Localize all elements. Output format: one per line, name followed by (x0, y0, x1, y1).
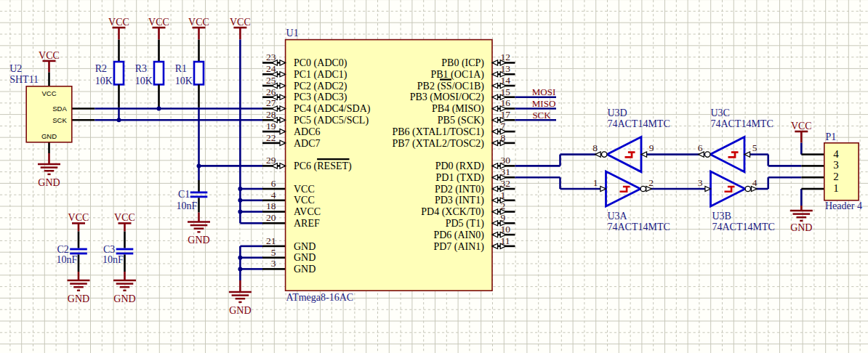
svg-text:ADC6: ADC6 (294, 126, 321, 137)
svg-text:VCC: VCC (108, 17, 129, 28)
svg-text:10K: 10K (135, 76, 153, 86)
svg-text:PD7 (AIN1): PD7 (AIN1) (433, 241, 484, 253)
svg-text:10nF: 10nF (103, 254, 124, 265)
svg-text:R3: R3 (135, 63, 147, 74)
svg-text:PD2 (INT0): PD2 (INT0) (435, 184, 484, 195)
svg-text:SCK: SCK (532, 110, 551, 121)
svg-text:3: 3 (698, 177, 703, 188)
svg-text:VCC: VCC (791, 121, 812, 131)
svg-text:ADC7: ADC7 (294, 138, 321, 149)
svg-text:1: 1 (833, 182, 839, 194)
svg-text:GND: GND (294, 241, 316, 252)
svg-text:4: 4 (752, 177, 758, 188)
svg-text:3: 3 (271, 258, 276, 269)
svg-text:PB0 (ICP): PB0 (ICP) (441, 57, 484, 69)
svg-text:R1: R1 (175, 63, 187, 74)
svg-text:U3D: U3D (607, 107, 627, 118)
svg-text:19: 19 (266, 121, 276, 131)
svg-text:6: 6 (698, 142, 703, 153)
svg-text:PB4 (MISO): PB4 (MISO) (432, 103, 484, 115)
svg-text:8: 8 (592, 142, 598, 153)
svg-text:PD0 (RXD): PD0 (RXD) (435, 161, 485, 172)
svg-text:PB2 (SS/OC1B): PB2 (SS/OC1B) (417, 81, 485, 92)
svg-text:GND: GND (38, 177, 60, 188)
svg-text:GND: GND (188, 235, 209, 246)
svg-text:SCK: SCK (52, 116, 67, 124)
svg-text:10nF: 10nF (177, 200, 198, 211)
svg-text:VCC: VCC (41, 89, 56, 97)
svg-text:VCC: VCC (188, 17, 209, 28)
svg-text:AVCC: AVCC (294, 206, 321, 217)
svg-text:PC4 (ADC4/SDA): PC4 (ADC4/SDA) (294, 103, 371, 115)
svg-text:2: 2 (648, 177, 654, 188)
svg-text:18: 18 (266, 200, 276, 211)
svg-text:1: 1 (593, 177, 598, 188)
svg-text:PB3 (MOSI/OC2): PB3 (MOSI/OC2) (410, 92, 485, 103)
svg-text:PC1 (ADC1): PC1 (ADC1) (294, 69, 347, 81)
svg-text:74ACT14MTC: 74ACT14MTC (608, 222, 670, 232)
svg-text:VCC: VCC (68, 212, 89, 223)
svg-text:U2: U2 (9, 63, 22, 74)
svg-text:10nF: 10nF (57, 254, 78, 265)
svg-text:GND: GND (113, 293, 135, 304)
svg-text:5: 5 (752, 142, 758, 153)
svg-text:PB7 (XTAL2/TOSC2): PB7 (XTAL2/TOSC2) (392, 138, 484, 150)
svg-text:U3C: U3C (710, 107, 729, 118)
svg-text:ATmega8-16AC: ATmega8-16AC (286, 292, 354, 303)
svg-text:PC5 (ADC5/SCL): PC5 (ADC5/SCL) (294, 115, 369, 126)
svg-text:C2: C2 (57, 244, 69, 255)
svg-text:PD3 (INT1): PD3 (INT1) (435, 195, 484, 206)
svg-text:C1: C1 (178, 189, 190, 200)
svg-text:PB5 (SCK): PB5 (SCK) (438, 115, 485, 126)
svg-text:U1: U1 (286, 28, 299, 38)
svg-text:AREF: AREF (294, 218, 320, 229)
svg-text:R2: R2 (95, 63, 107, 74)
svg-text:SDA: SDA (52, 105, 67, 113)
svg-text:PC0 (ADC0): PC0 (ADC0) (294, 57, 347, 69)
svg-text:GND: GND (229, 305, 251, 316)
svg-text:PC2 (ADC2): PC2 (ADC2) (294, 81, 347, 92)
svg-text:Header 4: Header 4 (825, 200, 862, 211)
svg-text:VCC: VCC (294, 195, 315, 206)
svg-text:U3B: U3B (712, 211, 731, 222)
svg-text:10K: 10K (95, 76, 113, 86)
svg-text:PD6 (AIN0): PD6 (AIN0) (433, 230, 484, 241)
svg-text:GND: GND (790, 222, 812, 233)
svg-text:VCC: VCC (39, 50, 60, 61)
svg-text:PD1 (TXD): PD1 (TXD) (436, 172, 485, 184)
svg-text:VCC: VCC (294, 184, 315, 195)
svg-text:GND: GND (68, 293, 89, 304)
svg-text:9: 9 (649, 142, 654, 153)
svg-text:SHT11: SHT11 (9, 74, 39, 85)
svg-text:VCC: VCC (114, 212, 135, 223)
svg-text:4: 4 (833, 148, 839, 160)
svg-text:74ACT14MTC: 74ACT14MTC (712, 222, 775, 232)
svg-text:VCC: VCC (148, 17, 169, 28)
svg-text:VCC: VCC (230, 17, 251, 28)
svg-text:GND: GND (294, 252, 316, 263)
svg-text:U3A: U3A (608, 211, 628, 222)
svg-text:74ACT14MTC: 74ACT14MTC (710, 118, 773, 129)
svg-text:GND: GND (41, 132, 57, 140)
svg-text:P1: P1 (826, 131, 837, 142)
svg-text:MISO: MISO (532, 98, 556, 109)
svg-text:PD4 (XCK/T0): PD4 (XCK/T0) (421, 206, 484, 218)
svg-text:21: 21 (266, 235, 276, 246)
svg-text:PB1 (OC1A): PB1 (OC1A) (430, 69, 484, 81)
svg-text:MOSI: MOSI (532, 86, 556, 97)
svg-text:6: 6 (271, 178, 276, 189)
svg-text:4: 4 (271, 190, 276, 200)
svg-text:GND: GND (294, 264, 316, 275)
svg-text:5: 5 (271, 247, 276, 258)
svg-text:PC3 (ADC3): PC3 (ADC3) (294, 92, 347, 103)
svg-text:PD5 (T1): PD5 (T1) (446, 218, 485, 230)
svg-text:PB6 (XTAL1/TOSC1): PB6 (XTAL1/TOSC1) (392, 126, 484, 138)
svg-text:C3: C3 (103, 244, 115, 255)
svg-text:22: 22 (266, 132, 276, 143)
svg-text:2: 2 (833, 171, 839, 182)
svg-text:PC6 (RESET): PC6 (RESET) (294, 161, 352, 172)
svg-text:74ACT14MTC: 74ACT14MTC (607, 118, 670, 129)
svg-text:3: 3 (833, 159, 839, 171)
svg-text:10K: 10K (175, 76, 193, 86)
svg-text:20: 20 (266, 212, 276, 223)
